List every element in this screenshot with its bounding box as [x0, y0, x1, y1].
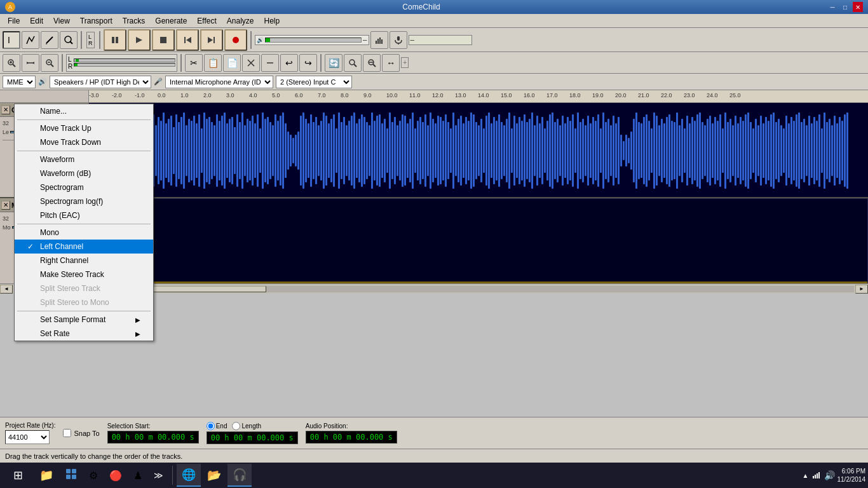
scroll-right-button[interactable]: ►	[855, 285, 868, 294]
channels-select[interactable]: 2 (Stereo) Input C	[276, 76, 352, 88]
ctx-make-stereo[interactable]: Make Stereo Track	[15, 268, 153, 281]
taskbar-game[interactable]: ♟	[128, 464, 147, 487]
loop-button[interactable]: 🔄	[325, 54, 342, 72]
host-select[interactable]: MME	[3, 76, 36, 88]
selection-tool-button[interactable]: I	[3, 31, 20, 49]
undo-button[interactable]: ↩	[280, 54, 298, 72]
pause-icon	[111, 36, 119, 44]
input-device-select[interactable]: Internal Microphone Array (ID	[165, 76, 273, 88]
svg-rect-321	[806, 125, 808, 176]
svg-rect-293	[735, 116, 736, 186]
track-2-waveform-svg	[90, 199, 867, 286]
taskbar-control-panel[interactable]: ⚙	[84, 464, 103, 487]
output-device-select[interactable]: Speakers / HP (IDT High Defini	[50, 76, 151, 88]
redo-button[interactable]: ↪	[299, 54, 317, 72]
menu-file[interactable]: File	[3, 15, 25, 27]
fit-project-button[interactable]	[22, 54, 39, 72]
ruler-mark: 7.0	[318, 92, 326, 98]
pencil-tool-button[interactable]	[41, 31, 58, 49]
copy-button[interactable]: 📋	[204, 54, 222, 72]
svg-rect-272	[681, 119, 683, 182]
track-1-db-label: 32	[3, 120, 15, 126]
silence-button[interactable]	[261, 54, 279, 72]
ctx-move-down[interactable]: Move Track Down	[15, 135, 153, 149]
end-radio[interactable]	[207, 422, 215, 430]
zoom-tool-button[interactable]	[60, 31, 78, 49]
taskbar-separator	[172, 466, 173, 485]
maximize-button[interactable]: □	[840, 2, 850, 12]
taskbar-files[interactable]: 📂	[202, 464, 226, 487]
track-2-waveform[interactable]	[89, 198, 868, 286]
track-1-waveform[interactable]	[89, 103, 868, 197]
taskbar-more[interactable]: ≫	[149, 464, 168, 487]
ctx-spectrogram-log[interactable]: Spectrogram log(f)	[15, 194, 153, 208]
start-button[interactable]: ⊞	[3, 464, 33, 487]
zoom-out-button[interactable]	[41, 54, 58, 72]
ctx-mono[interactable]: Mono	[15, 226, 153, 240]
ctx-left-channel[interactable]: ✓ Left Channel	[15, 240, 153, 254]
svg-rect-68	[163, 112, 165, 189]
ctx-right-channel[interactable]: Right Channel	[15, 254, 153, 268]
track-1-close-button[interactable]: ✕	[1, 105, 10, 114]
meter-icon-button[interactable]	[370, 31, 388, 49]
tray-volume-icon: 🔊	[824, 470, 835, 480]
app-icon: A	[5, 2, 15, 12]
envelope-tool-button[interactable]	[22, 31, 39, 49]
svg-rect-263	[658, 125, 660, 176]
skip-end-button[interactable]	[200, 29, 223, 51]
cut-button[interactable]: ✂	[185, 54, 203, 72]
length-radio[interactable]	[232, 422, 240, 430]
close-button[interactable]: ✕	[853, 2, 863, 12]
menu-generate[interactable]: Generate	[150, 15, 192, 27]
zoom-out-btn2[interactable]	[363, 54, 381, 72]
paste-button[interactable]: 📄	[223, 54, 241, 72]
taskbar-chrome[interactable]: 🌐	[177, 464, 201, 487]
menu-edit[interactable]: Edit	[25, 15, 48, 27]
tray-show-hidden[interactable]: ▲	[803, 472, 809, 479]
zoom-sel-button[interactable]	[344, 54, 362, 72]
svg-rect-292	[732, 125, 734, 176]
zoom-in-button[interactable]	[3, 54, 20, 72]
toolbar-separator-3	[250, 31, 252, 49]
menu-tracks[interactable]: Tracks	[118, 15, 151, 27]
ctx-waveform[interactable]: Waveform	[15, 152, 153, 166]
ctx-set-sample-format[interactable]: Set Sample Format ▶	[15, 313, 153, 327]
snap-to-checkbox[interactable]	[63, 429, 71, 437]
svg-rect-141	[348, 121, 350, 180]
taskbar-browser[interactable]: 🔴	[104, 464, 127, 487]
svg-rect-192	[478, 125, 480, 176]
project-rate-select[interactable]: 44100	[5, 430, 50, 444]
skip-start-button[interactable]	[176, 29, 199, 51]
minimize-button[interactable]: ─	[827, 2, 837, 12]
track-2-close-button[interactable]: ✕	[1, 201, 10, 210]
zoom-icon	[64, 35, 74, 45]
pause-button[interactable]	[104, 29, 126, 51]
scroll-left-button[interactable]: ◄	[0, 285, 13, 294]
menu-view[interactable]: View	[48, 15, 75, 27]
ruler-mark: 16.0	[524, 92, 535, 98]
mic-icon-button[interactable]	[390, 31, 407, 49]
menu-analyze[interactable]: Analyze	[222, 15, 259, 27]
taskbar-task-manager[interactable]	[60, 464, 83, 487]
ctx-pitch-eac[interactable]: Pitch (EAC)	[15, 208, 153, 222]
trim-button[interactable]	[242, 54, 260, 72]
ctx-move-up[interactable]: Move Track Up	[15, 121, 153, 135]
ctx-spectrogram[interactable]: Spectrogram	[15, 180, 153, 194]
menu-effect[interactable]: Effect	[192, 15, 221, 27]
svg-rect-76	[183, 112, 185, 189]
ruler-mark: 9.0	[363, 92, 372, 98]
record-button[interactable]	[224, 29, 247, 51]
play-button[interactable]	[128, 29, 151, 51]
selection-start-display: 00 h 00 m 00.000 s	[107, 431, 199, 444]
svg-rect-238	[595, 121, 597, 180]
stop-button[interactable]	[152, 29, 175, 51]
taskbar-file-explorer[interactable]: 📁	[34, 464, 58, 487]
menu-help[interactable]: Help	[259, 15, 285, 27]
menu-transport[interactable]: Transport	[75, 15, 118, 27]
shrink-button[interactable]: ↔	[382, 54, 400, 72]
taskbar-headphones[interactable]: 🎧	[227, 464, 252, 487]
ctx-set-rate[interactable]: Set Rate ▶	[15, 327, 153, 341]
svg-rect-256	[641, 123, 642, 178]
ctx-waveform-db[interactable]: Waveform (dB)	[15, 166, 153, 180]
ctx-name[interactable]: Name...	[15, 104, 153, 118]
